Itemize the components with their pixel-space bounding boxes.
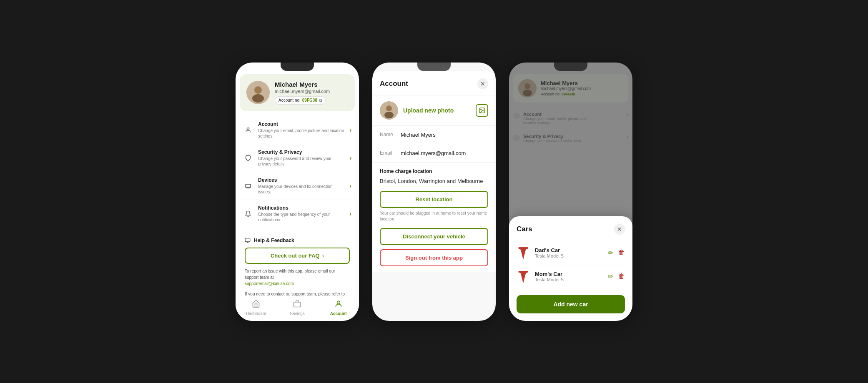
bg-acct-no: Account no: 09FG38 [541,92,591,96]
reset-location-button[interactable]: Reset location [380,191,488,208]
phone-notch-3 [554,63,587,71]
sign-out-button[interactable]: Sign out from this app [380,249,488,266]
support-email[interactable]: supportemail@kaluza.com [245,281,294,286]
cars-modal: Cars ✕ Dad's Car Tesla Model S ✏ 🗑 [509,216,632,321]
location-section: Home charge location Bristol, London, Wa… [372,163,496,272]
svg-rect-4 [246,184,251,188]
menu-security-title: Security & Privacy [258,149,344,155]
name-row: Name Michael Myers [372,126,496,144]
chevron-right-icon: › [349,127,351,133]
email-row: Email michael.myers@gmail.com [372,144,496,163]
moms-car-name: Mom's Car [535,271,603,277]
svg-point-3 [247,128,249,130]
car-info-dads: Dad's Car Tesla Model S [535,247,603,258]
shield-icon [243,153,253,163]
location-label: Home charge location [380,168,488,174]
email-label: Email [380,150,401,156]
user-info: Michael Myers michael.myers@gmail.com Ac… [275,81,330,105]
menu-notifications-title: Notifications [258,205,344,211]
delete-moms-car-button[interactable]: 🗑 [618,273,625,280]
svg-point-12 [481,109,482,110]
help-icon [245,238,251,243]
close-cars-button[interactable]: ✕ [614,224,625,235]
phone-notch-2 [417,63,451,71]
person-icon [243,125,253,135]
menu-devices-title: Devices [258,177,344,183]
chevron-right-icon: › [349,155,351,161]
account-icon-active [334,300,343,310]
svg-point-10 [384,112,394,118]
settings-menu: Account Change your email, profile pictu… [236,115,359,229]
menu-security-text: Security & Privacy Change your password … [258,149,344,167]
menu-notifications-text: Notifications Choose the type and freque… [258,205,344,223]
car-item-dads: Dad's Car Tesla Model S ✏ 🗑 [517,241,625,265]
account-modal-sheet: Account ✕ Upload new photo Name [372,71,496,272]
svg-rect-6 [294,302,301,307]
reset-location-hint: Your car should be plugged in at home to… [380,210,488,222]
arrow-icon: › [322,253,324,259]
car-item-moms: Mom's Car Tesla Model S ✏ 🗑 [517,265,625,288]
moms-car-actions: ✏ 🗑 [608,273,625,280]
menu-devices-desc: Manage your devices and fix connection i… [258,184,344,195]
add-new-car-button[interactable]: Add new car [517,295,625,313]
user-email: michael.myers@gmail.com [275,89,330,94]
location-value: Bristol, London, Warrington and Melbourn… [380,178,488,185]
tesla-logo-dads [517,246,530,260]
bell-icon [243,209,253,219]
bg-content: Michael Myers michael.myers@gmail.com Ac… [509,74,632,149]
photo-upload-row[interactable]: Upload new photo [372,95,496,126]
savings-icon [293,300,301,310]
svg-rect-5 [245,238,250,241]
menu-account-desc: Change your email, profile picture and l… [258,128,344,139]
nav-account[interactable]: Account [318,300,359,316]
menu-account-text: Account Change your email, profile pictu… [258,121,344,139]
copy-icon[interactable]: ⧉ [319,98,322,103]
dads-car-actions: ✏ 🗑 [608,249,625,257]
help-paragraph-1: To report an issue with this app, please… [245,268,350,287]
email-value: michael.myers@gmail.com [401,150,466,156]
cars-modal-title: Cars [517,225,532,233]
upload-photo-label: Upload new photo [403,107,471,114]
name-label: Name [380,132,401,138]
nav-savings[interactable]: Savings [277,300,318,316]
nav-dashboard[interactable]: Dashboard [236,300,277,316]
moms-car-model: Tesla Model S [535,277,603,282]
menu-item-devices[interactable]: Devices Manage your devices and fix conn… [240,172,355,200]
chevron-right-icon: › [349,210,351,217]
account-modal-title: Account [380,80,408,88]
svg-point-15 [523,90,532,96]
help-title: Help & Feedback [245,238,350,243]
edit-dads-car-button[interactable]: ✏ [608,249,613,257]
bg-user-email: michael.myers@gmail.com [541,86,591,91]
bg-account-title: Account [523,112,587,117]
car-info-moms: Mom's Car Tesla Model S [535,271,603,282]
bg-user-name: Michael Myers [541,80,591,86]
account-number-badge: Account no: 09FG38 ⧉ [275,96,326,105]
faq-button[interactable]: Check out our FAQ › [245,248,350,264]
menu-item-security[interactable]: Security & Privacy Change your password … [240,144,355,172]
close-modal-button[interactable]: ✕ [477,78,488,89]
bg-security-title: Security & Privacy [523,134,581,139]
menu-item-account[interactable]: Account Change your email, profile pictu… [240,116,355,144]
profile-header: Michael Myers michael.myers@gmail.com Ac… [240,74,355,111]
account-no-value: 09FG38 [302,98,317,103]
avatar [246,81,270,104]
svg-point-7 [337,301,340,304]
menu-devices-text: Devices Manage your devices and fix conn… [258,177,344,195]
tesla-logo-moms [517,270,530,283]
home-icon [252,300,260,310]
menu-item-notifications[interactable]: Notifications Choose the type and freque… [240,200,355,228]
disconnect-vehicle-button[interactable]: Disconnect your vehicle [380,228,488,245]
image-upload-icon [476,104,488,117]
menu-security-desc: Change your password and review your pri… [258,156,344,167]
dads-car-name: Dad's Car [535,247,603,253]
menu-account-title: Account [258,121,344,127]
devices-icon [243,181,253,191]
delete-dads-car-button[interactable]: 🗑 [618,249,625,257]
phone-notch-1 [281,63,314,71]
dads-car-model: Tesla Model S [535,253,603,258]
account-no-label: Account no: [278,98,301,103]
chevron-right-icon: › [349,183,351,189]
edit-moms-car-button[interactable]: ✏ [608,273,613,280]
menu-notifications-desc: Choose the type and frequency of your no… [258,212,344,223]
